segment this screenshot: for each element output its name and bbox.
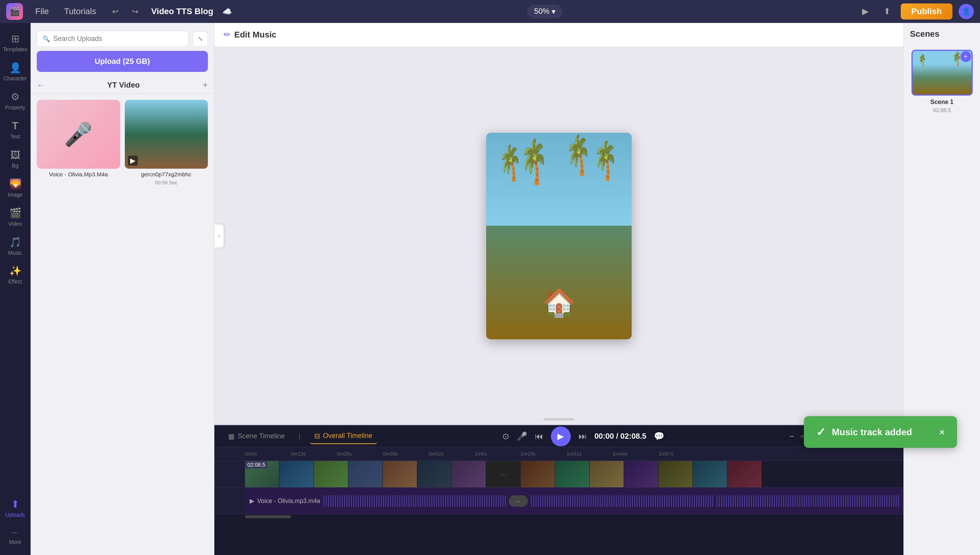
- video-thumb-6[interactable]: [417, 461, 452, 487]
- music-label: Music: [8, 250, 22, 256]
- play-button[interactable]: ▶: [551, 426, 571, 446]
- upload-item-video[interactable]: ▶ gercn0p77xg2mbhc 00:59 Sec: [125, 100, 208, 186]
- tutorials-menu[interactable]: Tutorials: [58, 4, 102, 19]
- scene-name: Scene 1: [930, 99, 953, 106]
- share-button[interactable]: ⬆: [879, 4, 895, 19]
- video-track-content: 02:08.5 ···: [245, 461, 903, 487]
- upload-item-audio[interactable]: 🎤 Voice - Olivia.Mp3.M4a: [37, 100, 120, 186]
- video-thumb-10[interactable]: [555, 461, 590, 487]
- center-header: ✏ Edit Music: [214, 23, 903, 47]
- hut-icon: 🏠: [542, 287, 576, 319]
- app-logo[interactable]: 🎬: [6, 3, 23, 20]
- video-thumb-12[interactable]: [624, 461, 658, 487]
- audio-play-button[interactable]: ▶: [250, 497, 254, 505]
- sidebar-item-bg[interactable]: 🖼 Bg: [2, 145, 29, 173]
- audio-track-name: Voice - Olivia.mp3.m4a: [257, 498, 320, 505]
- ruler-1m57s: 1m57s: [658, 451, 704, 457]
- sidebar-item-effect[interactable]: ✨ Effect: [2, 261, 29, 289]
- user-avatar[interactable]: 👤: [959, 4, 974, 19]
- search-bar[interactable]: 🔍: [37, 31, 189, 47]
- character-icon: 👤: [9, 62, 21, 74]
- palm-center-right: 🌴: [566, 133, 591, 179]
- video-thumb-11[interactable]: [590, 461, 624, 487]
- sidebar-item-uploads[interactable]: ⬆ Uploads: [2, 495, 29, 522]
- video-thumb-5[interactable]: [383, 461, 417, 487]
- timeline-area: ▦ Scene Timeline | ⊟ Overall Timeline ⊙ …: [214, 425, 903, 555]
- skip-forward-button[interactable]: ⏭: [578, 431, 587, 441]
- palm-center-left: 🌴: [521, 135, 548, 187]
- center-area: ✏ Edit Music ‹ 🌴 🌴 🌴 🌴: [214, 23, 903, 425]
- sidebar-item-character[interactable]: 👤 Character: [2, 58, 29, 86]
- property-label: Property: [5, 104, 25, 111]
- folder-add-button[interactable]: +: [203, 80, 208, 90]
- notification-close-button[interactable]: ×: [939, 427, 945, 438]
- ruler-1m44s: 1m44s: [612, 451, 658, 457]
- zoom-chevron: ▾: [552, 7, 555, 16]
- video-track: 02:08.5 ···: [245, 461, 903, 487]
- timeline-ruler: 0m0s 0m13s 0m26s 0m39s 0m52s 1m5s 1m18s …: [214, 447, 903, 461]
- ground: [486, 226, 632, 339]
- property-icon: ⚙: [11, 91, 20, 103]
- folder-name: YT Video: [49, 81, 198, 90]
- video-thumb-4[interactable]: [348, 461, 383, 487]
- sidebar-item-image[interactable]: 🌄 Image: [2, 174, 29, 202]
- video-thumb-8[interactable]: ···: [486, 461, 521, 487]
- ruler-1m18s: 1m18s: [521, 451, 567, 457]
- tab-scene-timeline[interactable]: ▦ Scene Timeline: [224, 429, 289, 444]
- upload-button[interactable]: Upload (25 GB): [37, 51, 208, 72]
- redo-button[interactable]: ↪: [128, 5, 142, 18]
- zoom-out-button[interactable]: −: [789, 431, 794, 441]
- templates-label: Templates: [3, 46, 28, 53]
- video-duration-label: 00:59 Sec: [155, 180, 178, 186]
- overall-tab-icon: ⊟: [314, 432, 320, 440]
- tropical-scene: 🌴 🌴 🌴 🌴 🏠: [486, 133, 632, 339]
- image-icon: 🌄: [9, 178, 21, 190]
- topbar-right: ▶ ⬆ Publish 👤: [858, 3, 974, 20]
- undo-button[interactable]: ↩: [108, 5, 122, 18]
- zoom-value: 50%: [534, 7, 549, 16]
- video-thumb-2[interactable]: [279, 461, 314, 487]
- audio-waveform-2: [531, 495, 714, 507]
- topbar-center: 50% ▾: [238, 5, 851, 18]
- video-thumb-3[interactable]: [314, 461, 348, 487]
- preview-button[interactable]: ▶: [858, 4, 873, 19]
- video-thumb-13[interactable]: [658, 461, 693, 487]
- publish-button[interactable]: Publish: [901, 3, 952, 20]
- zoom-control[interactable]: 50% ▾: [527, 5, 562, 18]
- video-thumb-15[interactable]: [727, 461, 762, 487]
- ruler-0m0s: 0m0s: [245, 451, 291, 457]
- scene-palm-1: 🌴: [919, 53, 926, 67]
- add-scene-button[interactable]: +: [960, 51, 971, 62]
- video-thumb-7[interactable]: [452, 461, 486, 487]
- play-overlay-icon: ▶: [128, 156, 138, 166]
- tab-overall-timeline[interactable]: ⊟ Overall Timeline: [310, 429, 377, 444]
- ruler-0m52s: 0m52s: [429, 451, 475, 457]
- sidebar-item-video[interactable]: 🎬 Video: [2, 203, 29, 231]
- caption-button[interactable]: 💬: [654, 431, 664, 441]
- sidebar-item-property[interactable]: ⚙ Property: [2, 87, 29, 115]
- sidebar-item-templates[interactable]: ⊞ Templates: [2, 29, 29, 57]
- sidebar-item-text[interactable]: T Text: [2, 116, 29, 144]
- timeline-scrollbar[interactable]: [214, 514, 903, 519]
- topbar: 🎬 File Tutorials ↩ ↪ Video TTS Blog ☁️ 5…: [0, 0, 980, 23]
- record-button[interactable]: ⊙: [502, 431, 509, 441]
- effect-label: Effect: [8, 278, 22, 285]
- microphone-button[interactable]: 🎤: [517, 431, 527, 441]
- left-panel: 🔍 ⤡ Upload (25 GB) ← YT Video + 🎤 Voice …: [31, 23, 214, 555]
- cloud-icon: ☁️: [222, 7, 232, 16]
- video-label: Video: [8, 221, 22, 227]
- video-thumb-14[interactable]: [693, 461, 727, 487]
- skip-back-button[interactable]: ⏮: [535, 431, 543, 441]
- folder-navigation: ← YT Video +: [31, 76, 214, 94]
- sidebar-item-music[interactable]: 🎵 Music: [2, 233, 29, 260]
- audio-waveform: [323, 495, 506, 507]
- folder-back-button[interactable]: ←: [37, 81, 44, 90]
- sidebar-item-more[interactable]: ··· More: [2, 524, 29, 549]
- search-input[interactable]: [53, 35, 183, 43]
- expand-button[interactable]: ⤡: [193, 31, 208, 47]
- video-thumb-9[interactable]: [521, 461, 555, 487]
- right-sidebar: Scenes 🌴 🌴 + Scene 1 02:08.5: [903, 23, 980, 555]
- overall-tab-label: Overall Timeline: [323, 432, 372, 440]
- collapse-panel-button[interactable]: ‹: [214, 225, 224, 247]
- audio-menu-button[interactable]: ···: [509, 495, 528, 507]
